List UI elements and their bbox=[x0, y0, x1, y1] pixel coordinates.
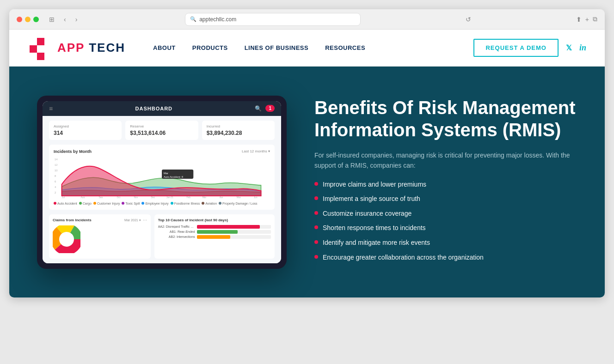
bar-fill-3 bbox=[197, 235, 230, 239]
url-text: apptechllc.com bbox=[199, 16, 236, 23]
forward-button[interactable]: › bbox=[73, 14, 80, 25]
maximize-button[interactable] bbox=[33, 17, 39, 22]
legend-property-damage: Property Damage / Loss bbox=[219, 202, 257, 205]
website-content: APP TECH ABOUT PRODUCTS LINES OF BUSINES… bbox=[9, 30, 605, 297]
list-bullet-5 bbox=[314, 240, 318, 244]
chart-filter[interactable]: Last 12 months ▾ bbox=[242, 149, 270, 153]
svg-text:Jan-21: Jan-21 bbox=[166, 196, 173, 198]
stat-incurred: Incurred $3,894,230.28 bbox=[202, 121, 275, 140]
dashboard-bell-badge[interactable]: 1 bbox=[265, 105, 275, 112]
top10-title: Top 10 Causes of Incident (last 90 days) bbox=[158, 218, 271, 222]
list-item-3: Customize insurance coverage bbox=[314, 209, 577, 218]
claims-pie-chart bbox=[53, 225, 80, 253]
bar-row-1: AA2: Disregard Traffic Signal bbox=[158, 225, 271, 229]
nav-resources[interactable]: RESOURCES bbox=[325, 44, 365, 51]
legend-toxic-spill: Toxic Spill bbox=[122, 202, 140, 205]
bar-track-2 bbox=[197, 230, 271, 234]
top10-section: Top 10 Causes of Incident (last 90 days)… bbox=[154, 214, 275, 259]
svg-text:8: 8 bbox=[55, 174, 56, 177]
nav-about[interactable]: ABOUT bbox=[153, 44, 176, 51]
stat-reserve-value: $3,513,614.06 bbox=[130, 130, 193, 136]
dashboard-mockup: ≡ DASHBOARD 🔍 1 Assigned 3 bbox=[37, 96, 287, 269]
search-icon: 🔍 bbox=[190, 16, 196, 22]
svg-text:Apr: Apr bbox=[220, 196, 223, 198]
logo-icon bbox=[28, 36, 52, 60]
nav-links: ABOUT PRODUCTS LINES OF BUSINESS RESOURC… bbox=[153, 44, 473, 51]
legend-foodborne: Foodborne Illness bbox=[171, 202, 200, 205]
list-item-1: Improve claims and lower premiums bbox=[314, 180, 577, 189]
stat-incurred-label: Incurred bbox=[207, 124, 270, 128]
linkedin-link[interactable]: in bbox=[579, 43, 586, 53]
svg-text:Dec: Dec bbox=[151, 196, 155, 198]
legend-customer-injury: Customer Injury bbox=[93, 202, 120, 205]
twitter-x-link[interactable]: 𝕏 bbox=[566, 43, 572, 52]
dashboard-content: Assigned 314 Reserve $3,513,614.06 Incur… bbox=[43, 116, 281, 263]
legend-auto-accident: Auto Accident bbox=[54, 202, 77, 205]
legend-employee-injury: Employee Injury bbox=[141, 202, 168, 205]
svg-text:Jun: Jun bbox=[254, 196, 258, 198]
bar-track-3 bbox=[197, 235, 271, 239]
claims-date[interactable]: Mar 2021 ▾ bbox=[124, 218, 141, 222]
bar-row-3: AB2: Intersections bbox=[158, 235, 271, 239]
dashboard-stats: Assigned 314 Reserve $3,513,614.06 Incur… bbox=[49, 121, 275, 140]
hero-section: ≡ DASHBOARD 🔍 1 Assigned 3 bbox=[9, 67, 605, 297]
svg-marker-2 bbox=[37, 53, 44, 60]
sidebar-toggle-button[interactable]: ⊞ bbox=[46, 14, 57, 25]
svg-marker-3 bbox=[37, 45, 44, 53]
chart-header: Incidents by Month Last 12 months ▾ bbox=[54, 149, 270, 154]
list-bullet-1 bbox=[314, 182, 318, 186]
close-button[interactable] bbox=[17, 17, 22, 22]
svg-marker-1 bbox=[30, 45, 37, 53]
logo-area: APP TECH bbox=[28, 36, 125, 60]
dashboard-search-icon[interactable]: 🔍 bbox=[255, 105, 262, 112]
hero-title: Benefits Of Risk Management Information … bbox=[314, 97, 577, 141]
request-demo-button[interactable]: REQUEST A DEMO bbox=[473, 39, 559, 57]
svg-point-31 bbox=[61, 234, 72, 245]
chart-title: Incidents by Month bbox=[54, 149, 92, 154]
list-item-4: Shorten response times to incidents bbox=[314, 224, 577, 233]
hero-description: For self-insured companies, managing ris… bbox=[314, 150, 577, 171]
stat-incurred-value: $3,894,230.28 bbox=[207, 130, 270, 136]
bar-row-2: AB1: Rear-Ended bbox=[158, 230, 271, 234]
url-bar[interactable]: 🔍 apptechllc.com bbox=[185, 13, 361, 26]
minimize-button[interactable] bbox=[25, 17, 31, 22]
toolbar-actions: ⬆ + ⧉ bbox=[576, 15, 597, 23]
list-bullet-6 bbox=[314, 255, 318, 259]
bar-label-2: AB1: Rear-Ended bbox=[158, 230, 195, 233]
svg-text:10: 10 bbox=[55, 169, 58, 171]
claims-more-icon[interactable]: ⋯ bbox=[143, 218, 147, 223]
menu-icon: ≡ bbox=[49, 105, 53, 112]
stat-assigned-value: 314 bbox=[54, 130, 117, 136]
share-button[interactable]: ⬆ bbox=[576, 15, 582, 23]
dashboard-header: ≡ DASHBOARD 🔍 1 bbox=[43, 101, 281, 116]
back-button[interactable]: ‹ bbox=[61, 14, 69, 25]
logo-text: APP TECH bbox=[57, 41, 125, 55]
windows-button[interactable]: ⧉ bbox=[593, 15, 597, 23]
svg-text:Oct: Oct bbox=[117, 196, 121, 198]
stat-assigned: Assigned 314 bbox=[49, 121, 122, 140]
reload-button[interactable]: ↺ bbox=[466, 16, 471, 23]
stat-reserve-label: Reserve bbox=[130, 124, 193, 128]
browser-toolbar: ⊞ ‹ › 🔍 apptechllc.com ↺ ⬆ + ⧉ bbox=[9, 9, 605, 30]
incidents-chart: 14 12 10 8 6 4 2 bbox=[54, 157, 270, 198]
svg-marker-0 bbox=[37, 38, 44, 45]
new-tab-button[interactable]: + bbox=[585, 15, 589, 23]
traffic-lights bbox=[17, 17, 39, 22]
dashboard-chart-area: Incidents by Month Last 12 months ▾ 14 1… bbox=[49, 145, 275, 210]
dashboard-title: DASHBOARD bbox=[135, 106, 173, 111]
bar-fill-2 bbox=[197, 230, 238, 234]
list-item-6: Encourage greater collaboration across t… bbox=[314, 253, 577, 262]
list-bullet-4 bbox=[314, 225, 318, 229]
claims-header: Claims from Incidents Mar 2021 ▾ ⋯ bbox=[53, 218, 147, 223]
nav-products[interactable]: PRODUCTS bbox=[192, 44, 228, 51]
legend-aviation: Aviation bbox=[202, 202, 217, 205]
dashboard-bottom: Claims from Incidents Mar 2021 ▾ ⋯ bbox=[49, 214, 275, 259]
dashboard-header-right: 🔍 1 bbox=[255, 105, 275, 112]
nav-lob[interactable]: LINES OF BUSINESS bbox=[245, 44, 309, 51]
dashboard-inner: ≡ DASHBOARD 🔍 1 Assigned 3 bbox=[43, 101, 281, 263]
browser-window: ⊞ ‹ › 🔍 apptechllc.com ↺ ⬆ + ⧉ bbox=[9, 9, 605, 297]
bar-label-1: AA2: Disregard Traffic Signal bbox=[158, 225, 195, 228]
stat-reserve: Reserve $3,513,614.06 bbox=[125, 121, 198, 140]
legend-cargo: Cargo bbox=[79, 202, 92, 205]
svg-text:Auto Accident: 8: Auto Accident: 8 bbox=[164, 175, 184, 178]
